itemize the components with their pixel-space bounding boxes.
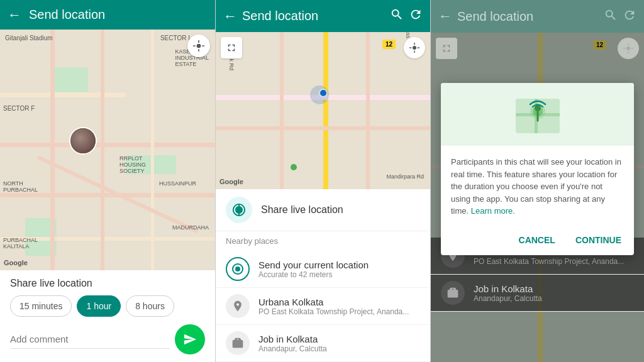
live-location-icon bbox=[226, 197, 252, 223]
current-location-row[interactable]: Send your current location Accurate to 4… bbox=[216, 251, 430, 288]
dialog-icon-area bbox=[441, 83, 634, 146]
panel3-job-sub: Anandapur, Calcutta bbox=[474, 294, 542, 303]
current-location-icon bbox=[226, 257, 250, 281]
live-location-row[interactable]: Share live location bbox=[216, 189, 430, 231]
time-buttons: 15 minutes 1 hour 8 hours bbox=[10, 295, 205, 317]
map-label-madurdaha: MADURDAHA bbox=[172, 224, 209, 231]
job-icon bbox=[226, 331, 250, 355]
comment-input[interactable] bbox=[10, 330, 170, 349]
page-title-2: Send location bbox=[242, 9, 385, 23]
urbana-name: Urbana Kolkata bbox=[258, 297, 409, 307]
current-location-info: Send your current location Accurate to 4… bbox=[258, 260, 369, 279]
job-kolkata-row[interactable]: Job in Kolkata Anandapur, Calcutta bbox=[216, 325, 430, 362]
map-3: 12 bbox=[431, 33, 644, 362]
map-1: Gitanjali Stadium SECTOR I KASBAINDUSTRI… bbox=[0, 30, 215, 270]
refresh-icon-2[interactable] bbox=[409, 8, 423, 25]
urbana-info: Urbana Kolkata PO East Kolkata Township … bbox=[258, 297, 409, 316]
nearby-label: Nearby places bbox=[216, 231, 430, 251]
google-logo-1: Google bbox=[4, 259, 28, 266]
topbar-3: ← Send location bbox=[431, 0, 644, 33]
current-location-name: Send your current location bbox=[258, 260, 369, 270]
live-location-label: Share live location bbox=[261, 204, 343, 216]
back-icon-2[interactable]: ← bbox=[223, 8, 237, 25]
panel-3: ← Send location 12 bbox=[430, 0, 644, 362]
topbar-2: ← Send location bbox=[216, 0, 430, 32]
refresh-icon-3[interactable] bbox=[623, 8, 636, 25]
location-button-3[interactable] bbox=[618, 38, 639, 59]
google-logo-2: Google bbox=[219, 178, 243, 185]
urbana-row[interactable]: Urbana Kolkata PO East Kolkata Township … bbox=[216, 288, 430, 325]
map-label-purbachal: PURBACHALKALITALA bbox=[3, 237, 38, 250]
map-label-sectorf: SECTOR F bbox=[3, 105, 35, 112]
time-8hours[interactable]: 8 hours bbox=[126, 295, 174, 317]
share-live-title: Share live location bbox=[10, 278, 205, 289]
job-info: Job in Kolkata Anandapur, Calcutta bbox=[258, 334, 327, 353]
urbana-icon bbox=[226, 294, 250, 318]
dialog-actions: CANCEL CONTINUE bbox=[441, 228, 634, 255]
svg-point-1 bbox=[413, 46, 416, 50]
expand-button-3[interactable] bbox=[436, 38, 457, 59]
urbana-sub: PO East Kolkata Township Project, Ananda… bbox=[258, 307, 409, 316]
panel-1: ← Send location Gitanjali Stadium SECTOR… bbox=[0, 0, 215, 362]
send-button[interactable] bbox=[175, 324, 205, 354]
time-15min[interactable]: 15 minutes bbox=[10, 295, 72, 317]
dialog-body: Participants in this chat will see your … bbox=[441, 146, 634, 228]
search-icon-3[interactable] bbox=[604, 8, 618, 25]
page-title-1: Send location bbox=[29, 8, 105, 22]
panel3-job-name: Job in Kolkata bbox=[474, 283, 542, 294]
map-label-hussainpur: HUSSAINPUR bbox=[159, 180, 196, 187]
map-label-rrplot: RRPLOTHOUSINGSOCIETY bbox=[119, 155, 146, 174]
job-sub: Anandapur, Calcutta bbox=[258, 344, 327, 353]
job-name: Job in Kolkata bbox=[258, 334, 327, 344]
map-label-mandirpara: Mandirpara Rd bbox=[386, 173, 424, 180]
panel3-job-info: Job in Kolkata Anandapur, Calcutta bbox=[474, 283, 542, 303]
current-location-sub: Accurate to 42 meters bbox=[258, 270, 369, 279]
map-label-gitanjali: Gitanjali Stadium bbox=[5, 35, 53, 41]
map-label-northpurbachal: NORTHPURBACHAL bbox=[3, 180, 38, 193]
panel3-job-icon bbox=[441, 281, 465, 305]
panel-2: ← Send location Eastern Metropolitan Byp… bbox=[215, 0, 430, 362]
learn-more-link[interactable]: Learn more. bbox=[471, 206, 515, 216]
svg-point-0 bbox=[197, 44, 201, 48]
back-icon-3[interactable]: ← bbox=[438, 8, 452, 25]
map-2: Eastern Metropolitan Bypass PrtD Link Rd… bbox=[216, 32, 430, 189]
expand-button-2[interactable] bbox=[221, 37, 242, 58]
panel3-job-row[interactable]: Job in Kolkata Anandapur, Calcutta bbox=[431, 275, 644, 312]
back-icon-1[interactable]: ← bbox=[8, 7, 21, 23]
cancel-button[interactable]: CANCEL bbox=[514, 233, 560, 248]
search-icon-2[interactable] bbox=[390, 8, 404, 25]
comment-row bbox=[10, 324, 205, 354]
topbar-1: ← Send location bbox=[0, 0, 215, 30]
location-button-2[interactable] bbox=[404, 37, 425, 58]
time-1hour[interactable]: 1 hour bbox=[77, 295, 121, 317]
continue-button[interactable]: CONTINUE bbox=[570, 233, 626, 248]
svg-point-3 bbox=[626, 47, 630, 50]
panel3-urbana-sub: PO East Kolkata Township Project, Ananda… bbox=[474, 257, 624, 266]
dialog-text: Participants in this chat will see your … bbox=[451, 156, 624, 217]
bottom-section-1: Share live location 15 minutes 1 hour 8 … bbox=[0, 270, 215, 362]
page-title-3: Send location bbox=[457, 9, 599, 24]
map-label-sector1: SECTOR I bbox=[160, 35, 190, 41]
info-dialog: Participants in this chat will see your … bbox=[441, 83, 634, 255]
